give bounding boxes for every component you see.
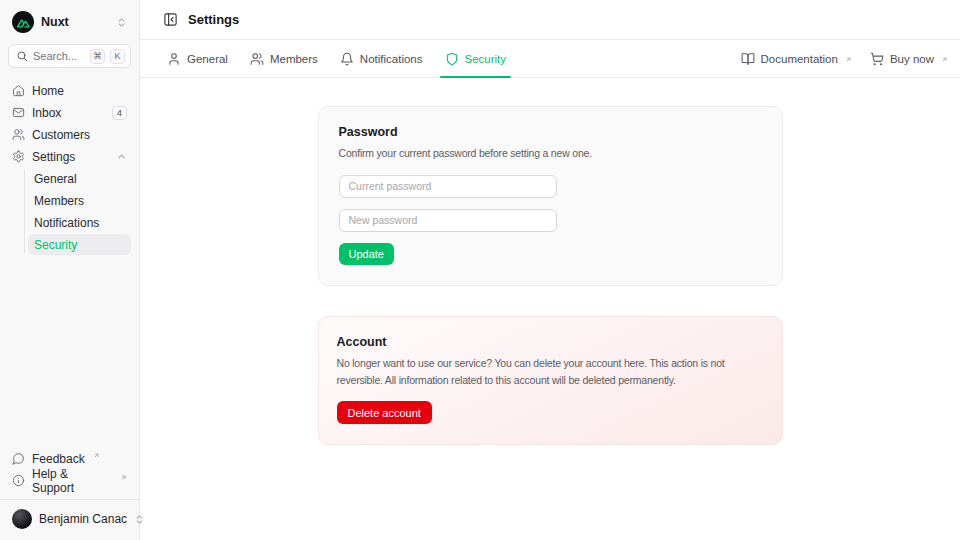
home-icon (12, 84, 25, 97)
page-title: Settings (188, 12, 239, 27)
team-switcher[interactable]: Nuxt (8, 8, 131, 44)
sidebar-item-notifications[interactable]: Notifications (28, 212, 131, 233)
sidebar-spacer (8, 255, 131, 448)
tab-actions: Documentation Buy now (741, 52, 948, 66)
sidebar-item-settings[interactable]: Settings (8, 146, 131, 167)
app-window: Nuxt Search... ⌘ K Home (0, 0, 960, 540)
sidebar-item-members[interactable]: Members (28, 190, 131, 211)
user-icon (167, 52, 181, 66)
user-menu[interactable]: Benjamin Canac (8, 500, 131, 532)
sidebar-item-security[interactable]: Security (28, 234, 131, 255)
sidebar-footer-nav: Feedback Help & Support (8, 448, 131, 491)
tab-notifications[interactable]: Notifications (338, 40, 425, 77)
sidebar-item-label: Settings (32, 150, 75, 164)
info-circle-icon (12, 474, 25, 487)
nuxt-logo-icon (12, 11, 34, 33)
users-icon (250, 52, 264, 66)
chevron-up-icon (116, 151, 127, 162)
new-password-field[interactable] (339, 209, 557, 232)
current-password-field[interactable] (339, 175, 557, 198)
gear-icon (12, 150, 25, 163)
sidebar-item-customers[interactable]: Customers (8, 124, 131, 145)
search-placeholder: Search... (33, 50, 85, 62)
sidebar-item-inbox[interactable]: Inbox 4 (8, 102, 131, 123)
tab-label: Security (465, 53, 507, 65)
cards-column: Password Confirm your current password b… (318, 106, 783, 445)
sidebar-item-label: Security (34, 238, 77, 252)
action-label: Documentation (761, 53, 838, 65)
card-description: No longer want to use our service? You c… (337, 355, 764, 389)
sidebar-item-label: Customers (32, 128, 90, 142)
account-card: Account No longer want to use our servic… (318, 316, 783, 446)
delete-account-button[interactable]: Delete account (337, 401, 432, 424)
page-header: Settings (140, 0, 960, 40)
tab-security[interactable]: Security (443, 40, 509, 77)
sidebar-nav: Home Inbox 4 Customers Settings (8, 80, 131, 255)
external-link-icon (93, 452, 100, 459)
sidebar-item-label: Help & Support (32, 467, 112, 495)
inbox-count-badge: 4 (112, 106, 127, 120)
inbox-icon (12, 106, 25, 119)
sidebar-item-label: Inbox (32, 106, 61, 120)
card-description: Confirm your current password before set… (339, 145, 762, 162)
card-title: Account (337, 335, 764, 349)
search-icon (16, 50, 28, 62)
card-title: Password (339, 125, 762, 139)
sidebar-item-general[interactable]: General (28, 168, 131, 189)
tab-bar: General Members Notifications Security (140, 40, 960, 78)
bell-icon (340, 52, 354, 66)
shield-icon (445, 52, 459, 66)
sidebar: Nuxt Search... ⌘ K Home (0, 0, 140, 540)
sidebar-item-label: General (34, 172, 77, 186)
book-open-icon (741, 52, 755, 66)
sidebar-item-label: Home (32, 84, 64, 98)
sidebar-item-label: Members (34, 194, 84, 208)
sidebar-item-home[interactable]: Home (8, 80, 131, 101)
tab-label: Members (270, 53, 318, 65)
sidebar-toggle-icon[interactable] (163, 12, 178, 27)
external-link-icon (941, 56, 948, 63)
sidebar-item-label: Notifications (34, 216, 99, 230)
update-button[interactable]: Update (339, 243, 394, 265)
action-label: Buy now (890, 53, 934, 65)
message-icon (12, 452, 25, 465)
users-icon (12, 128, 25, 141)
kbd-meta: ⌘ (90, 49, 105, 64)
user-name: Benjamin Canac (39, 512, 127, 526)
sidebar-item-help-support[interactable]: Help & Support (8, 470, 131, 491)
external-link-icon (845, 56, 852, 63)
tab-label: General (187, 53, 228, 65)
tab-members[interactable]: Members (248, 40, 320, 77)
sidebar-item-label: Feedback (32, 452, 85, 466)
shopping-cart-icon (870, 52, 884, 66)
tab-label: Notifications (360, 53, 423, 65)
buy-now-link[interactable]: Buy now (870, 52, 948, 66)
search-input[interactable]: Search... ⌘ K (8, 44, 131, 68)
avatar (12, 509, 32, 529)
chevrons-up-down-icon (116, 17, 127, 28)
tab-general[interactable]: General (165, 40, 230, 77)
main-area: Settings General Members Notifications (140, 0, 960, 540)
documentation-link[interactable]: Documentation (741, 52, 852, 66)
password-card: Password Confirm your current password b… (318, 106, 783, 286)
content-area: Password Confirm your current password b… (140, 78, 960, 540)
brand-name: Nuxt (41, 15, 69, 29)
kbd-k: K (110, 49, 125, 64)
settings-subnav: General Members Notifications Security (20, 168, 131, 255)
external-link-icon (120, 474, 127, 481)
